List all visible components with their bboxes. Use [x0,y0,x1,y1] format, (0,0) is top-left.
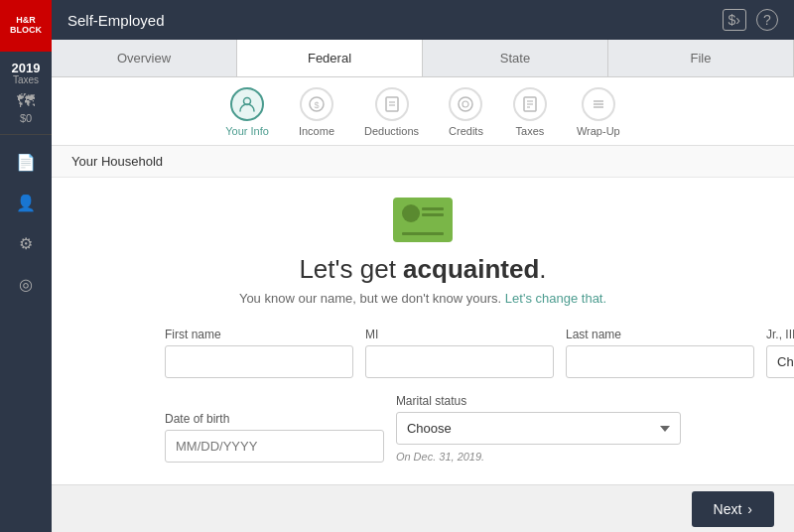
wrapup-label: Wrap-Up [577,125,620,137]
sidebar-icons: 📄 👤 ⚙ ◎ [16,153,36,294]
nav-tabs: Overview Federal State File [52,40,794,77]
credits-label: Credits [449,125,483,137]
tab-file[interactable]: File [608,40,794,76]
last-name-input[interactable] [566,345,754,378]
content-area: Your Household Let's get acquainted. You… [52,146,794,484]
sub-nav-wrapup[interactable]: Wrap-Up [577,87,620,137]
dob-group: Date of birth [165,412,384,463]
deductions-icon [375,87,409,121]
income-icon: $ [300,87,333,121]
app-title: Self-Employed [67,12,713,29]
taxes-label: Taxes [516,125,545,137]
gear-icon[interactable]: ⚙ [19,234,33,253]
suffix-group: Jr., III Choose Jr. Sr. II III IV [766,328,794,378]
marital-label: Marital status [396,394,681,408]
wrapup-icon [582,87,615,121]
name-row: First name MI Last name Jr., III Choose … [165,328,681,378]
svg-point-6 [459,97,472,111]
id-card-lines [422,207,444,216]
first-name-group: First name [165,328,353,378]
sub-nav-taxes[interactable]: Taxes [513,87,547,137]
sidebar-price: $0 [20,112,32,124]
help-icon[interactable]: ? [756,9,778,31]
last-name-label: Last name [566,328,754,341]
headline-period: . [539,254,546,284]
mi-group: MI [365,328,554,378]
your-info-label: Your Info [225,125,269,137]
sidebar-year: 2019 [12,62,41,74]
document-icon[interactable]: 📄 [16,153,36,172]
first-name-label: First name [165,328,353,341]
marital-hint: On Dec. 31, 2019. [396,451,681,463]
last-name-group: Last name [566,328,754,378]
topbar: Self-Employed $› ? [52,0,794,40]
svg-text:$: $ [314,100,319,110]
suffix-select[interactable]: Choose Jr. Sr. II III IV [766,345,794,378]
svg-rect-3 [386,97,398,111]
next-arrow-icon: › [747,501,752,517]
sidebar: H&RBLOCK 2019 Taxes 🗺 $0 📄 👤 ⚙ ◎ [0,0,52,532]
headline: Let's get acquainted. [299,254,546,285]
main-area: Self-Employed $› ? Overview Federal Stat… [52,0,794,532]
first-name-input[interactable] [165,345,353,378]
sidebar-taxes-label: Taxes [13,74,39,85]
next-button[interactable]: Next › [692,491,774,527]
id-line-1 [422,207,444,210]
mi-label: MI [365,328,554,341]
sub-nav-income[interactable]: $ Income [299,87,334,137]
id-line-2 [422,213,444,216]
tab-state[interactable]: State [423,40,608,76]
breadcrumb: Your Household [52,146,794,178]
next-label: Next [714,501,742,517]
income-label: Income [299,125,334,137]
sidebar-logo-text: H&RBLOCK [10,16,42,36]
marital-select[interactable]: Choose Single Married filing jointly Mar… [396,412,681,445]
sub-nav-deductions[interactable]: Deductions [364,87,419,137]
credits-icon [449,87,482,121]
marital-group: Marital status Choose Single Married fil… [396,394,681,463]
sub-nav-your-info[interactable]: Your Info [225,87,269,137]
subtext: You know our name, but we don't know you… [239,291,606,306]
tab-overview[interactable]: Overview [52,40,237,76]
your-info-icon [230,87,264,121]
map-icon: 🗺 [17,91,35,112]
headline-bold: acquainted [403,254,539,284]
dob-input[interactable] [165,430,384,463]
deductions-label: Deductions [364,125,419,137]
svg-point-7 [463,101,468,107]
suffix-label: Jr., III [766,328,794,341]
mi-input[interactable] [365,345,554,378]
taxes-icon [513,87,547,121]
dob-label: Date of birth [165,412,384,426]
form-container: Let's get acquainted. You know our name,… [52,178,794,484]
id-card-icon [393,198,453,242]
sidebar-year-section: 2019 Taxes 🗺 $0 [0,52,52,135]
tab-federal[interactable]: Federal [237,40,423,76]
sub-nav-credits[interactable]: Credits [449,87,483,137]
id-card-bottom [402,232,444,235]
headline-normal: Let's get [299,254,403,284]
person-icon[interactable]: 👤 [16,194,36,212]
footer: Next › [52,484,794,532]
sidebar-logo[interactable]: H&RBLOCK [0,0,52,52]
sub-nav: Your Info $ Income Deductions [52,77,794,146]
dollar-icon[interactable]: $› [723,9,746,31]
circle-icon[interactable]: ◎ [19,275,33,294]
dob-marital-row: Date of birth Marital status Choose Sing… [165,394,681,463]
subtext-link[interactable]: Let's change that. [505,291,606,306]
